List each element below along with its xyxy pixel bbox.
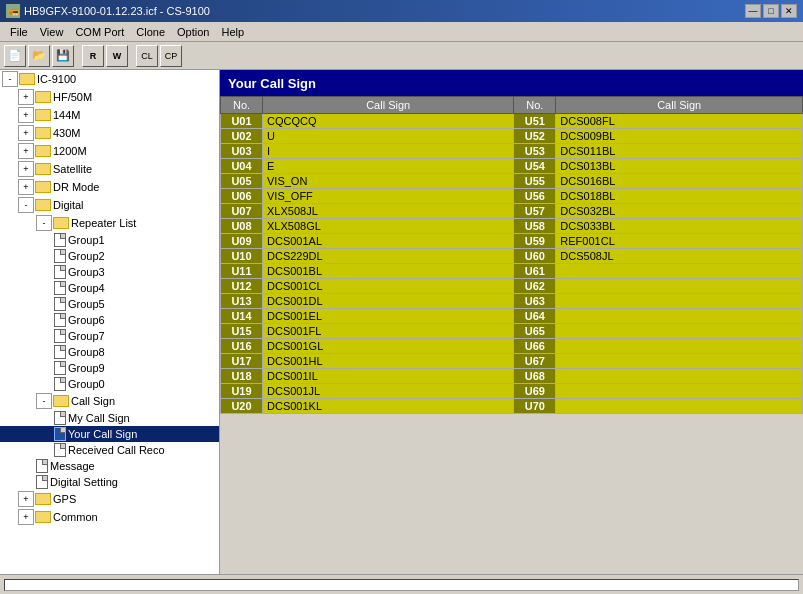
tree-430m[interactable]: + 430M — [0, 124, 219, 142]
common-toggle[interactable]: + — [18, 509, 34, 525]
cs-cell-right[interactable] — [556, 324, 803, 339]
tree-group9[interactable]: Group9 — [0, 360, 219, 376]
430m-toggle[interactable]: + — [18, 125, 34, 141]
tree-digital[interactable]: - Digital — [0, 196, 219, 214]
compare-button[interactable]: CP — [160, 45, 182, 67]
cs-cell-left[interactable]: DCS001KL — [263, 399, 514, 414]
tree-group2[interactable]: Group2 — [0, 248, 219, 264]
digital-toggle[interactable]: - — [18, 197, 34, 213]
table-row[interactable]: U16 DCS001GL U66 — [221, 339, 803, 354]
cs-cell-right[interactable] — [556, 354, 803, 369]
tree-group5[interactable]: Group5 — [0, 296, 219, 312]
callsign-toggle[interactable]: - — [36, 393, 52, 409]
tree-mycallsign[interactable]: My Call Sign — [0, 410, 219, 426]
cs-cell-right[interactable] — [556, 294, 803, 309]
cs-cell-right[interactable]: DCS009BL — [556, 129, 803, 144]
cs-cell-left[interactable]: DCS001FL — [263, 324, 514, 339]
cs-cell-left[interactable]: DCS001EL — [263, 309, 514, 324]
cs-cell-left[interactable]: U — [263, 129, 514, 144]
tree-callsign[interactable]: - Call Sign — [0, 392, 219, 410]
cs-cell-left[interactable]: DCS001JL — [263, 384, 514, 399]
root-toggle[interactable]: - — [2, 71, 18, 87]
menu-com-port[interactable]: COM Port — [69, 24, 130, 40]
cs-cell-left[interactable]: VIS_ON — [263, 174, 514, 189]
tree-group6[interactable]: Group6 — [0, 312, 219, 328]
close-button[interactable]: ✕ — [781, 4, 797, 18]
table-row[interactable]: U04 E U54 DCS013BL — [221, 159, 803, 174]
cs-cell-right[interactable]: DCS033BL — [556, 219, 803, 234]
tree-yourcallsign[interactable]: ➤ Your Call Sign — [0, 426, 219, 442]
tree-group7[interactable]: Group7 — [0, 328, 219, 344]
tree-group3[interactable]: Group3 — [0, 264, 219, 280]
maximize-button[interactable]: □ — [763, 4, 779, 18]
tree-digset[interactable]: Digital Setting — [0, 474, 219, 490]
cs-cell-left[interactable]: DCS001DL — [263, 294, 514, 309]
tree-gps[interactable]: + GPS — [0, 490, 219, 508]
tree-recvcall[interactable]: Received Call Reco — [0, 442, 219, 458]
table-row[interactable]: U18 DCS001IL U68 — [221, 369, 803, 384]
cs-cell-right[interactable] — [556, 279, 803, 294]
cs-cell-right[interactable]: DCS032BL — [556, 204, 803, 219]
table-row[interactable]: U07 XLX508JL U57 DCS032BL — [221, 204, 803, 219]
table-row[interactable]: U10 DCS229DL U60 DCS508JL — [221, 249, 803, 264]
menu-view[interactable]: View — [34, 24, 70, 40]
menu-option[interactable]: Option — [171, 24, 215, 40]
cs-cell-left[interactable]: CQCQCQ — [263, 114, 514, 129]
cs-cell-left[interactable]: DCS001HL — [263, 354, 514, 369]
clone-button[interactable]: CL — [136, 45, 158, 67]
cs-cell-right[interactable]: REF001CL — [556, 234, 803, 249]
cs-cell-left[interactable]: DCS001GL — [263, 339, 514, 354]
open-button[interactable]: 📂 — [28, 45, 50, 67]
cs-cell-right[interactable]: DCS018BL — [556, 189, 803, 204]
table-row[interactable]: U05 VIS_ON U55 DCS016BL — [221, 174, 803, 189]
minimize-button[interactable]: — — [745, 4, 761, 18]
table-row[interactable]: U08 XLX508GL U58 DCS033BL — [221, 219, 803, 234]
cs-cell-right[interactable]: DCS013BL — [556, 159, 803, 174]
table-row[interactable]: U02 U U52 DCS009BL — [221, 129, 803, 144]
satellite-toggle[interactable]: + — [18, 161, 34, 177]
tree-satellite[interactable]: + Satellite — [0, 160, 219, 178]
table-row[interactable]: U13 DCS001DL U63 — [221, 294, 803, 309]
table-row[interactable]: U06 VIS_OFF U56 DCS018BL — [221, 189, 803, 204]
cs-cell-left[interactable]: DCS001BL — [263, 264, 514, 279]
table-row[interactable]: U12 DCS001CL U62 — [221, 279, 803, 294]
table-wrapper[interactable]: No. Call Sign No. Call Sign U01 CQCQCQ U… — [220, 96, 803, 574]
drmode-toggle[interactable]: + — [18, 179, 34, 195]
save-button[interactable]: 💾 — [52, 45, 74, 67]
1200m-toggle[interactable]: + — [18, 143, 34, 159]
write-button[interactable]: W — [106, 45, 128, 67]
tree-group0[interactable]: Group0 — [0, 376, 219, 392]
tree-1200m[interactable]: + 1200M — [0, 142, 219, 160]
gps-toggle[interactable]: + — [18, 491, 34, 507]
cs-cell-left[interactable]: XLX508GL — [263, 219, 514, 234]
tree-panel[interactable]: - IC-9100 + HF/50M + 144M + 430M + — [0, 70, 220, 574]
table-row[interactable]: U11 DCS001BL U61 — [221, 264, 803, 279]
tree-root[interactable]: - IC-9100 — [0, 70, 219, 88]
cs-cell-right[interactable] — [556, 399, 803, 414]
cs-cell-left[interactable]: DCS229DL — [263, 249, 514, 264]
tree-group1[interactable]: Group1 — [0, 232, 219, 248]
cs-cell-right[interactable]: DCS008FL — [556, 114, 803, 129]
table-row[interactable]: U20 DCS001KL U70 — [221, 399, 803, 414]
tree-repeater-list[interactable]: - Repeater List — [0, 214, 219, 232]
tree-common[interactable]: + Common — [0, 508, 219, 526]
table-row[interactable]: U03 I U53 DCS011BL — [221, 144, 803, 159]
cs-cell-right[interactable]: DCS016BL — [556, 174, 803, 189]
table-row[interactable]: U14 DCS001EL U64 — [221, 309, 803, 324]
cs-cell-right[interactable] — [556, 339, 803, 354]
tree-hf50m[interactable]: + HF/50M — [0, 88, 219, 106]
cs-cell-left[interactable]: XLX508JL — [263, 204, 514, 219]
cs-cell-right[interactable] — [556, 384, 803, 399]
table-row[interactable]: U09 DCS001AL U59 REF001CL — [221, 234, 803, 249]
read-button[interactable]: R — [82, 45, 104, 67]
table-row[interactable]: U01 CQCQCQ U51 DCS008FL — [221, 114, 803, 129]
tree-drmode[interactable]: + DR Mode — [0, 178, 219, 196]
cs-cell-left[interactable]: E — [263, 159, 514, 174]
cs-cell-right[interactable]: DCS508JL — [556, 249, 803, 264]
menu-help[interactable]: Help — [215, 24, 250, 40]
tree-144m[interactable]: + 144M — [0, 106, 219, 124]
tree-group4[interactable]: Group4 — [0, 280, 219, 296]
menu-clone[interactable]: Clone — [130, 24, 171, 40]
cs-cell-left[interactable]: I — [263, 144, 514, 159]
cs-cell-right[interactable] — [556, 309, 803, 324]
